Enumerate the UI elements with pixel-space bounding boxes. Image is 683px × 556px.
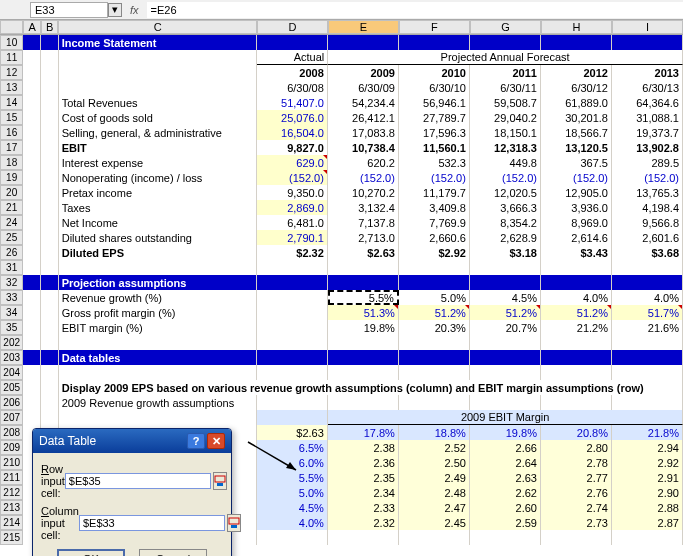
row-header[interactable]: 17 bbox=[0, 140, 23, 155]
formula-input[interactable] bbox=[147, 2, 683, 18]
cell[interactable] bbox=[41, 50, 59, 65]
cell[interactable]: 13,120.5 bbox=[541, 140, 612, 155]
cell[interactable]: 9,350.0 bbox=[257, 185, 328, 200]
ok-button[interactable]: OK bbox=[57, 549, 125, 556]
cell[interactable]: 2.90 bbox=[612, 485, 683, 500]
cell[interactable]: 18,566.7 bbox=[541, 125, 612, 140]
cell[interactable] bbox=[399, 350, 470, 365]
cell[interactable] bbox=[470, 530, 541, 545]
cell[interactable] bbox=[328, 365, 399, 380]
cell[interactable]: 25,076.0 bbox=[257, 110, 328, 125]
row-header[interactable]: 208 bbox=[0, 425, 23, 440]
cell[interactable]: 9,566.8 bbox=[612, 215, 683, 230]
cell[interactable]: 449.8 bbox=[470, 155, 541, 170]
cell[interactable] bbox=[23, 335, 41, 350]
cell[interactable]: 532.3 bbox=[399, 155, 470, 170]
cell[interactable]: 6/30/08 bbox=[257, 80, 328, 95]
row-header[interactable]: 32 bbox=[0, 275, 23, 290]
cell[interactable]: 17,596.3 bbox=[399, 125, 470, 140]
cell[interactable] bbox=[470, 275, 541, 290]
cell[interactable]: 2.60 bbox=[470, 500, 541, 515]
cell[interactable] bbox=[41, 140, 59, 155]
cell[interactable]: 629.0 bbox=[257, 155, 328, 170]
cell[interactable]: 54,234.4 bbox=[328, 95, 399, 110]
cell[interactable]: 18.8% bbox=[399, 425, 470, 440]
cell[interactable] bbox=[23, 215, 41, 230]
row-refedit-icon[interactable] bbox=[213, 472, 227, 490]
cell[interactable] bbox=[41, 200, 59, 215]
row-header[interactable]: 212 bbox=[0, 485, 23, 500]
row-header[interactable]: 204 bbox=[0, 365, 23, 380]
cell[interactable] bbox=[41, 215, 59, 230]
cell[interactable] bbox=[612, 35, 683, 50]
cell[interactable] bbox=[23, 410, 41, 425]
cell[interactable]: 2.94 bbox=[612, 440, 683, 455]
cell[interactable]: 51.7% bbox=[612, 305, 683, 320]
row-header[interactable]: 215 bbox=[0, 530, 23, 545]
cell[interactable]: 6/30/10 bbox=[399, 80, 470, 95]
row-header[interactable]: 211 bbox=[0, 470, 23, 485]
cell[interactable]: 9,827.0 bbox=[257, 140, 328, 155]
cell[interactable]: 2.66 bbox=[470, 440, 541, 455]
dialog-help-icon[interactable]: ? bbox=[187, 433, 205, 449]
row-header[interactable]: 34 bbox=[0, 305, 23, 320]
cell[interactable] bbox=[23, 290, 41, 305]
cell[interactable]: Diluted EPS bbox=[59, 245, 257, 260]
cell[interactable]: 2,660.6 bbox=[399, 230, 470, 245]
cell[interactable] bbox=[328, 260, 399, 275]
cell[interactable] bbox=[257, 365, 328, 380]
cell[interactable]: 620.2 bbox=[328, 155, 399, 170]
cell[interactable]: 30,201.8 bbox=[541, 110, 612, 125]
cell[interactable]: 19,373.7 bbox=[612, 125, 683, 140]
cell[interactable] bbox=[257, 275, 328, 290]
cell[interactable] bbox=[612, 260, 683, 275]
cell[interactable]: 3,409.8 bbox=[399, 200, 470, 215]
row-header[interactable]: 25 bbox=[0, 230, 23, 245]
cell[interactable] bbox=[541, 335, 612, 350]
cell[interactable] bbox=[59, 260, 257, 275]
row-header[interactable]: 206 bbox=[0, 395, 23, 410]
cell[interactable] bbox=[399, 335, 470, 350]
row-header[interactable]: 12 bbox=[0, 65, 23, 80]
row-header[interactable]: 18 bbox=[0, 155, 23, 170]
cell[interactable]: 2010 bbox=[399, 65, 470, 80]
cell[interactable] bbox=[612, 365, 683, 380]
cell[interactable] bbox=[41, 395, 59, 410]
cell[interactable]: 2013 bbox=[612, 65, 683, 80]
cell[interactable]: 7,769.9 bbox=[399, 215, 470, 230]
cell[interactable] bbox=[41, 290, 59, 305]
cell[interactable] bbox=[399, 275, 470, 290]
row-header[interactable]: 31 bbox=[0, 260, 23, 275]
cell[interactable]: 2.49 bbox=[399, 470, 470, 485]
cell[interactable] bbox=[541, 395, 612, 410]
cell[interactable]: 5.0% bbox=[399, 290, 470, 305]
cell[interactable]: 2.88 bbox=[612, 500, 683, 515]
cell[interactable]: (152.0) bbox=[399, 170, 470, 185]
cell[interactable]: 5.0% bbox=[257, 485, 328, 500]
cell[interactable]: 2012 bbox=[541, 65, 612, 80]
cell[interactable]: 2.63 bbox=[470, 470, 541, 485]
cell[interactable] bbox=[23, 65, 41, 80]
cell[interactable]: 2,601.6 bbox=[612, 230, 683, 245]
cell[interactable] bbox=[59, 335, 257, 350]
cell[interactable] bbox=[23, 170, 41, 185]
cell[interactable] bbox=[399, 35, 470, 50]
cell[interactable]: 2,790.1 bbox=[257, 230, 328, 245]
cell[interactable]: 6/30/09 bbox=[328, 80, 399, 95]
cell[interactable] bbox=[541, 35, 612, 50]
cell[interactable]: Projection assumptions bbox=[59, 275, 257, 290]
cell[interactable]: 2.92 bbox=[612, 455, 683, 470]
cell[interactable] bbox=[23, 305, 41, 320]
cell[interactable]: $2.63 bbox=[328, 245, 399, 260]
cell[interactable] bbox=[23, 380, 41, 395]
cell[interactable] bbox=[23, 110, 41, 125]
cell[interactable]: EBIT margin (%) bbox=[59, 320, 257, 335]
row-header[interactable]: 14 bbox=[0, 95, 23, 110]
cell[interactable]: 16,504.0 bbox=[257, 125, 328, 140]
col-header-b[interactable]: B bbox=[41, 20, 59, 34]
name-box-dropdown-icon[interactable]: ▾ bbox=[108, 3, 122, 17]
dialog-titlebar[interactable]: Data Table ? ✕ bbox=[33, 429, 231, 453]
cell[interactable] bbox=[23, 275, 41, 290]
col-header-i[interactable]: I bbox=[612, 20, 683, 34]
row-header[interactable]: 21 bbox=[0, 200, 23, 215]
